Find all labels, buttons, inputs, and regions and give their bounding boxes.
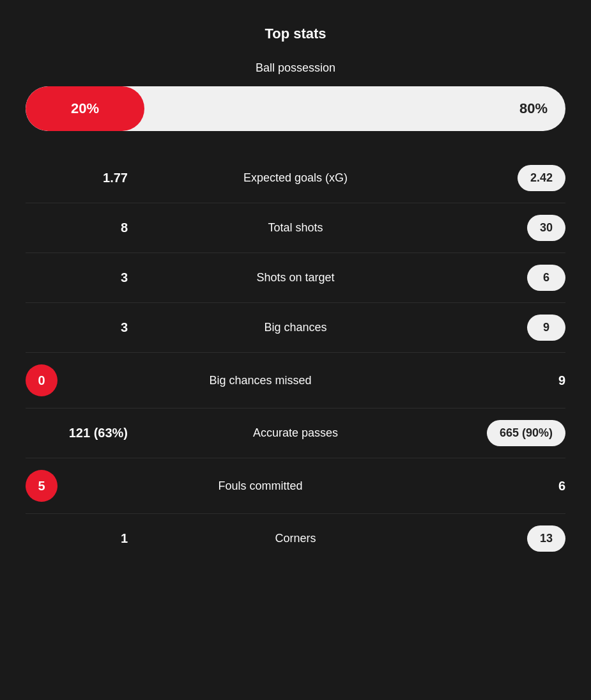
stat-label-big-chances-missed: Big chances missed <box>58 374 463 387</box>
stat-left-value-xg: 1.77 <box>26 171 128 185</box>
stat-row-xg: 1.77Expected goals (xG)2.42 <box>26 153 565 203</box>
stat-left-value-corners: 1 <box>26 531 128 546</box>
possession-left-bar: 20% <box>26 86 144 131</box>
stat-badge-wide-accurate-passes: 665 (90%) <box>487 420 565 446</box>
stat-row-fouls-committed: 5Fouls committed6 <box>26 458 565 514</box>
stat-badge-corners: 13 <box>527 525 565 552</box>
stats-container: 1.77Expected goals (xG)2.428Total shots3… <box>26 153 565 563</box>
stat-label-total-shots: Total shots <box>128 221 463 235</box>
stat-row-corners: 1Corners13 <box>26 514 565 563</box>
stat-left-value-total-shots: 8 <box>26 221 128 235</box>
stat-badge-total-shots: 30 <box>527 215 565 241</box>
stat-right-accurate-passes: 665 (90%) <box>463 420 565 446</box>
stat-plain-value-big-chances-missed: 9 <box>558 373 565 388</box>
stat-left-circle-fouls-committed: 5 <box>26 470 58 502</box>
stat-right-xg: 2.42 <box>463 165 565 191</box>
possession-bar: 20% 80% <box>26 86 565 131</box>
possession-left-value: 20% <box>71 100 99 117</box>
stat-left-value-shots-on-target: 3 <box>26 270 128 285</box>
stat-badge-xg: 2.42 <box>518 165 565 191</box>
stat-row-total-shots: 8Total shots30 <box>26 203 565 253</box>
stat-left-value-accurate-passes: 121 (63%) <box>26 426 128 440</box>
stat-label-accurate-passes: Accurate passes <box>128 426 463 440</box>
stat-plain-value-fouls-committed: 6 <box>558 479 565 494</box>
stat-label-xg: Expected goals (xG) <box>128 171 463 185</box>
stat-label-corners: Corners <box>128 532 463 545</box>
stat-badge-shots-on-target: 6 <box>527 265 565 291</box>
page-title: Top stats <box>26 26 565 42</box>
possession-title: Ball possession <box>26 61 565 75</box>
possession-section: Ball possession 20% 80% <box>26 61 565 131</box>
stat-label-shots-on-target: Shots on target <box>128 271 463 284</box>
stat-badge-big-chances: 9 <box>527 315 565 341</box>
stat-right-big-chances-missed: 9 <box>463 373 565 388</box>
stat-left-value-big-chances: 3 <box>26 320 128 335</box>
possession-right-value: 80% <box>519 100 548 117</box>
stat-right-shots-on-target: 6 <box>463 265 565 291</box>
stat-label-big-chances: Big chances <box>128 321 463 334</box>
possession-right-bar: 80% <box>144 100 565 117</box>
stat-row-shots-on-target: 3Shots on target6 <box>26 253 565 303</box>
stat-row-big-chances: 3Big chances9 <box>26 303 565 353</box>
stat-right-big-chances: 9 <box>463 315 565 341</box>
stat-right-fouls-committed: 6 <box>463 479 565 494</box>
stat-right-total-shots: 30 <box>463 215 565 241</box>
stat-right-corners: 13 <box>463 525 565 552</box>
stat-row-accurate-passes: 121 (63%)Accurate passes665 (90%) <box>26 408 565 458</box>
stat-label-fouls-committed: Fouls committed <box>58 479 463 493</box>
stat-row-big-chances-missed: 0Big chances missed9 <box>26 353 565 408</box>
stat-left-circle-big-chances-missed: 0 <box>26 364 58 396</box>
